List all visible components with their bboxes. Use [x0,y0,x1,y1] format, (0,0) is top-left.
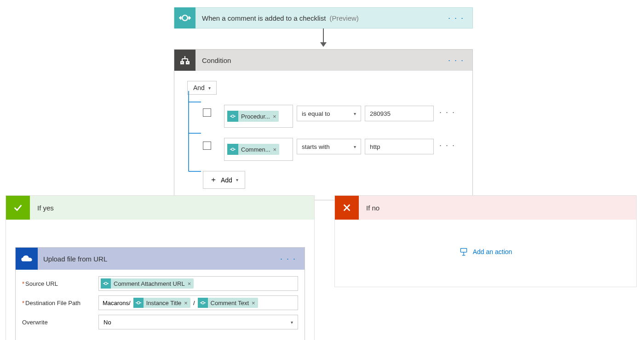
token-label: Comment Attachment URL [114,280,185,287]
trigger-menu-button[interactable]: · · · [448,13,464,23]
param-label: Destination File Path [25,300,80,306]
chevron-down-icon: ▾ [208,85,211,91]
connector-icon [198,298,208,308]
condition-icon [174,50,196,71]
rule-field-input[interactable]: Procedur... × [224,105,293,128]
param-row: *Source URL Comment Attachment URL × [22,276,298,291]
destination-path-input[interactable]: Macarons/ Instance Title × / Comment Tex… [98,295,298,310]
dynamic-token[interactable]: Procedur... × [227,111,279,122]
branch-no-title: If no [366,204,380,212]
rule-checkbox[interactable] [203,142,211,150]
param-label: Overwrite [22,319,48,326]
connector-icon [227,111,238,122]
condition-header[interactable]: Condition · · · [174,50,472,71]
action-title: Upload file from URL [43,255,107,263]
svg-point-7 [201,301,204,304]
add-action-icon [459,247,468,256]
preview-tag: (Preview) [329,14,358,22]
branch-no-header: If no [335,196,636,220]
param-row: *Destination File Path Macarons/ Instanc… [22,295,298,310]
trigger-card[interactable]: When a comment is added to a checklist (… [174,7,473,28]
path-prefix: Macarons/ [101,300,132,306]
rule-menu-button[interactable]: · · · [439,141,455,150]
chevron-down-icon: ▾ [354,144,356,149]
dynamic-token[interactable]: Instance Title × [133,298,190,308]
group-operator-label: And [193,84,205,91]
connector-icon [227,144,238,155]
branch-yes-title: If yes [37,204,54,212]
add-rule-button[interactable]: ＋ Add ▾ [203,171,245,189]
condition-rule: Commen... × starts with ▾ · · · [187,138,460,161]
overwrite-value: No [104,319,111,326]
add-action-label: Add an action [473,248,512,255]
rule-field-input[interactable]: Commen... × [224,138,293,161]
flow-arrow [322,28,325,48]
chevron-down-icon: ▾ [236,177,238,182]
condition-title: Condition [202,57,231,64]
svg-point-0 [182,15,188,21]
chevron-down-icon: ▾ [291,320,293,325]
connector-icon [174,7,196,28]
action-header[interactable]: Upload file from URL · · · [16,248,305,270]
add-action-button[interactable]: Add an action [335,247,636,256]
rule-value-input[interactable] [365,139,434,154]
token-remove-button[interactable]: × [188,280,191,287]
svg-rect-8 [460,249,466,252]
operator-label: starts with [302,143,330,150]
condition-menu-button[interactable]: · · · [448,56,464,65]
overwrite-dropdown[interactable]: No ▾ [98,315,298,329]
svg-point-5 [104,282,107,284]
operator-dropdown[interactable]: is equal to ▾ [297,106,361,121]
param-label: Source URL [25,280,58,287]
condition-rule: Procedur... × is equal to ▾ · · · [187,105,460,128]
branch-no: If no Add an action [334,195,637,287]
dynamic-token[interactable]: Comment Text × [198,298,258,308]
plus-icon: ＋ [210,175,217,185]
branch-yes-header: If yes [6,196,314,220]
action-menu-button[interactable]: · · · [280,254,296,264]
dynamic-token[interactable]: Commen... × [227,144,279,155]
operator-label: is equal to [302,110,330,117]
add-rule-label: Add [221,176,232,184]
token-remove-button[interactable]: × [273,146,277,153]
connector-icon [133,298,144,308]
svg-point-4 [231,148,234,150]
svg-point-6 [137,301,139,304]
chevron-down-icon: ▾ [354,111,356,116]
source-url-input[interactable]: Comment Attachment URL × [98,276,298,291]
param-row: Overwrite No ▾ [22,315,298,329]
operator-dropdown[interactable]: starts with ▾ [297,139,361,154]
condition-card: Condition · · · And ▾ Procedur... × is e… [174,49,473,200]
connector-icon [101,278,111,289]
trigger-title: When a comment is added to a checklist [202,14,326,22]
dynamic-token[interactable]: Comment Attachment URL × [101,278,194,289]
path-separator: / [191,300,197,306]
token-label: Instance Title [146,300,182,306]
rule-menu-button[interactable]: · · · [439,108,455,117]
close-icon [335,196,359,220]
token-remove-button[interactable]: × [252,300,255,306]
token-remove-button[interactable]: × [184,300,188,306]
condition-body: And ▾ Procedur... × is equal to ▾ · · · [174,71,472,200]
branch-yes: If yes Upload file from URL · · · *Sourc… [6,195,315,340]
action-card: Upload file from URL · · · *Source URL C… [15,247,305,340]
group-operator-dropdown[interactable]: And ▾ [187,81,217,95]
token-label: Comment Text [211,300,249,306]
check-icon [6,196,30,220]
rule-checkbox[interactable] [203,108,211,117]
svg-point-3 [231,115,234,117]
token-remove-button[interactable]: × [273,113,276,120]
rule-value-input[interactable] [365,106,434,121]
token-label: Commen... [241,146,270,153]
onedrive-icon [16,248,38,270]
token-label: Procedur... [241,113,270,120]
